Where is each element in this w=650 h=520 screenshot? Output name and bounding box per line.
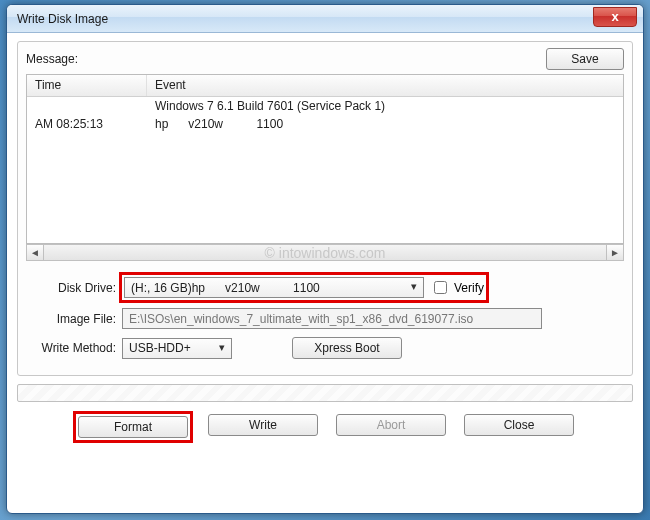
disk-drive-label: Disk Drive: [26, 281, 122, 295]
scroll-track[interactable] [44, 245, 606, 260]
image-file-label: Image File: [26, 312, 122, 326]
save-button[interactable]: Save [546, 48, 624, 70]
col-header-time[interactable]: Time [27, 75, 147, 96]
scroll-right-icon[interactable]: ► [606, 245, 623, 260]
write-method-value: USB-HDD+ [129, 341, 191, 355]
cell-time [27, 97, 147, 115]
close-button[interactable]: Close [464, 414, 574, 436]
write-button[interactable]: Write [208, 414, 318, 436]
action-button-row: Format Write Abort Close [17, 414, 633, 440]
table-row: AM 08:25:13 hp v210w 1100 [27, 115, 623, 133]
verify-checkbox[interactable]: Verify [430, 278, 484, 297]
client-area: Message: Save Time Event Windows 7 6.1 B… [7, 33, 643, 450]
col-header-event[interactable]: Event [147, 75, 623, 96]
image-file-value: E:\ISOs\en_windows_7_ultimate_with_sp1_x… [129, 312, 473, 326]
message-label: Message: [26, 52, 78, 66]
verify-checkbox-input[interactable] [434, 281, 447, 294]
log-grid-header: Time Event [27, 75, 623, 97]
abort-button: Abort [336, 414, 446, 436]
log-grid-body: Windows 7 6.1 Build 7601 (Service Pack 1… [27, 97, 623, 133]
verify-label: Verify [454, 281, 484, 295]
message-group: Message: Save Time Event Windows 7 6.1 B… [17, 41, 633, 376]
horizontal-scrollbar[interactable]: ◄ ► [26, 244, 624, 261]
disk-drive-select[interactable]: (H:, 16 GB)hp v210w 1100 [124, 277, 424, 298]
scroll-left-icon[interactable]: ◄ [27, 245, 44, 260]
log-grid: Time Event Windows 7 6.1 Build 7601 (Ser… [26, 74, 624, 244]
format-button[interactable]: Format [78, 416, 188, 438]
write-method-select[interactable]: USB-HDD+ [122, 338, 232, 359]
disk-drive-value: (H:, 16 GB)hp v210w 1100 [131, 281, 320, 295]
close-icon[interactable]: x [593, 7, 637, 27]
window-title: Write Disk Image [17, 12, 108, 26]
titlebar: Write Disk Image x [7, 5, 643, 33]
dialog-window: Write Disk Image x Message: Save Time Ev… [6, 4, 644, 514]
cell-event: hp v210w 1100 [147, 115, 623, 133]
table-row: Windows 7 6.1 Build 7601 (Service Pack 1… [27, 97, 623, 115]
write-method-label: Write Method: [26, 341, 122, 355]
cell-time: AM 08:25:13 [27, 115, 147, 133]
progress-bar [17, 384, 633, 402]
cell-event: Windows 7 6.1 Build 7601 (Service Pack 1… [147, 97, 623, 115]
xpress-boot-button[interactable]: Xpress Boot [292, 337, 402, 359]
image-file-field: E:\ISOs\en_windows_7_ultimate_with_sp1_x… [122, 308, 542, 329]
